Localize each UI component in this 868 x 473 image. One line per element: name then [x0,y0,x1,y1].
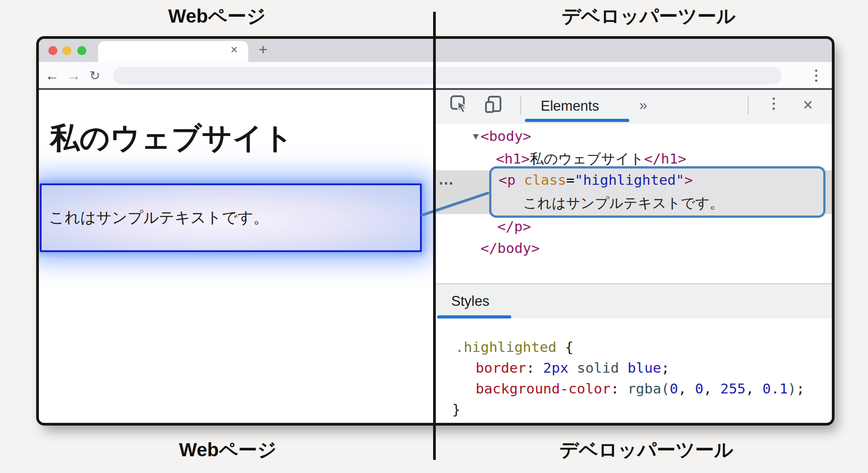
css-border-style: solid [577,360,627,376]
kebab-dot [815,70,817,72]
highlighted-paragraph-text: これはサンプルテキストです。 [42,207,269,228]
traffic-light-minimize-button[interactable] [62,46,71,55]
dom-row-ellipsis: ⋯ [439,174,453,192]
p-close-bracket: > [684,172,693,188]
css-close-paren: ) [788,380,797,397]
css-open-brace: { [557,339,573,355]
p-attr-name: class [524,172,566,188]
css-rgba-fn: rgba( [627,380,670,397]
h1-close-tag: </h1> [644,150,686,167]
dom-row-p-close[interactable]: </p> [497,218,531,234]
traffic-light-zoom-button[interactable] [77,46,86,55]
split-divider-line [433,12,436,460]
label-bottom-webpage: Webページ [115,437,341,463]
css-prop-border: border [476,360,526,376]
styles-panel-header: Styles [436,284,832,318]
css-semicolon: ; [661,360,670,376]
devtools-toolbar: Elements » × [436,90,832,123]
browser-tab[interactable] [98,41,248,62]
browser-menu-button[interactable] [815,70,817,82]
p-tag: <p [499,172,524,188]
more-tabs-chevron-icon[interactable]: » [639,97,646,113]
css-rgba-g: 0 [695,380,703,397]
back-button[interactable]: ← [45,69,59,83]
css-background-line[interactable]: background-color: rgba(0, 0, 255, 0.1); [452,378,805,399]
css-comma: , [745,380,762,397]
traffic-light-close-button[interactable] [48,46,57,55]
css-selector: .highlighted [455,339,557,355]
devtools-close-icon[interactable]: × [803,95,813,115]
webpage-pane: 私のウェブサイト これはサンプルテキストです。 [39,90,433,422]
inspect-element-icon[interactable] [449,94,469,114]
p-attr-value: "highlighted" [575,172,684,188]
tab-styles[interactable]: Styles [451,293,489,309]
devtools-menu-button[interactable] [773,98,775,110]
tab-elements[interactable]: Elements [541,98,599,114]
dom-row-body-close[interactable]: </body> [481,240,540,256]
kebab-dot [773,108,775,110]
css-colon: : [611,380,627,397]
page-heading: 私のウェブサイト [50,118,293,159]
css-rule-selector-line: .highlighted { [452,337,805,357]
forward-button[interactable]: → [67,69,81,83]
dom-row-body-open[interactable]: <body> [481,128,531,144]
kebab-dot [815,80,817,82]
css-rgba-a: 0.1 [763,380,788,397]
css-close-brace-line: } [452,399,805,420]
tab-close-icon[interactable]: × [231,43,238,57]
expand-arrow-icon[interactable]: ▼ [471,131,481,142]
css-rgba-r: 0 [670,380,678,397]
kebab-dot [773,103,775,105]
label-top-devtools: デベロッパーツール [513,4,784,29]
label-top-webpage: Webページ [104,4,330,29]
css-close-brace: } [452,401,461,417]
toolbar-separator [520,96,521,115]
address-bar[interactable] [113,67,782,84]
css-rgba-b: 255 [720,380,745,397]
css-prop-background: background-color [476,380,611,397]
new-tab-button[interactable]: + [259,41,268,58]
p-text-line: これはサンプルテキストです。 [523,194,723,213]
css-border-color: blue [627,360,661,376]
figure-canvas: Webページ デベロッパーツール Webページ デベロッパーツール × + ← … [0,0,868,473]
styles-tab-underline [437,315,511,318]
css-border-line[interactable]: border: 2px solid blue; [452,357,805,378]
devtools-pane: Elements » × ▼ <body> <h1>私のウェブサイト</h1> … [436,90,832,422]
dom-row-h1[interactable]: <h1>私のウェブサイト</h1> [496,150,686,169]
css-comma: , [703,380,720,397]
highlighted-paragraph-box: これはサンプルテキストです。 [40,183,422,252]
kebab-dot [773,98,775,100]
reload-button[interactable]: ↻ [90,69,100,83]
elements-tab-underline [525,119,629,122]
css-colon: : [526,360,543,376]
kebab-dot [815,75,817,77]
css-semicolon: ; [796,380,805,397]
p-open-line: <p class="highlighted"> [499,172,693,188]
selected-node-callout[interactable]: <p class="highlighted"> これはサンプルテキストです。 [489,166,826,218]
label-bottom-devtools: デベロッパーツール [511,437,782,463]
css-comma: , [678,380,695,397]
toolbar-separator [748,96,749,115]
h1-open-tag: <h1> [496,150,530,167]
css-border-width: 2px [543,360,577,376]
h1-text: 私のウェブサイト [530,151,644,167]
p-equals: = [566,172,575,188]
css-rule-block: .highlighted { border: 2px solid blue; b… [452,337,805,420]
device-toolbar-icon[interactable] [485,94,505,114]
